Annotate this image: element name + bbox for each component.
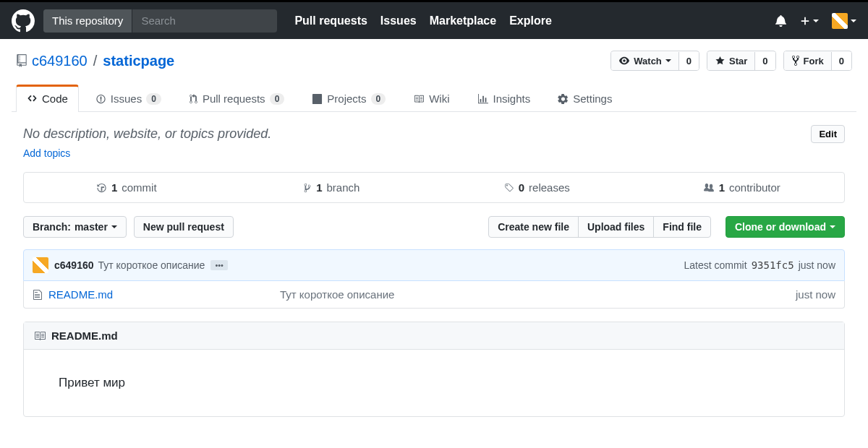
file-time: just now (796, 288, 835, 301)
author-avatar-icon[interactable] (33, 257, 48, 273)
branch-select-button[interactable]: Branch: master (23, 216, 127, 238)
nav-issues[interactable]: Issues (380, 14, 417, 27)
star-icon (715, 56, 726, 66)
readme-header: README.md (24, 322, 844, 350)
create-new-dropdown[interactable] (800, 16, 819, 26)
header-right (775, 13, 856, 29)
code-icon (27, 93, 38, 103)
fork-count[interactable]: 0 (831, 52, 851, 70)
gear-icon (558, 94, 569, 104)
readme-box: README.md Привет мир (23, 322, 845, 417)
create-new-file-button[interactable]: Create new file (488, 216, 579, 238)
notifications-icon[interactable] (775, 14, 787, 27)
star-count[interactable]: 0 (754, 52, 775, 70)
tab-projects[interactable]: Projects0 (301, 85, 396, 112)
commit-author[interactable]: c649160 (54, 259, 94, 271)
stat-releases[interactable]: 0releases (434, 173, 639, 202)
clone-download-button[interactable]: Clone or download (726, 216, 845, 238)
search-scope-label[interactable]: This repository (43, 9, 132, 33)
commit-tease: c649160 Тут короткое описание ••• Latest… (23, 249, 845, 281)
watch-count[interactable]: 0 (678, 52, 699, 70)
people-icon (703, 183, 715, 193)
tab-issues[interactable]: Issues0 (85, 85, 172, 112)
repohead: c649160 / staticpage Watch 0 Star 0 Fork… (0, 39, 868, 112)
nav-pull-requests[interactable]: Pull requests (294, 14, 367, 27)
book-icon (413, 94, 425, 104)
file-navigation: Branch: master New pull request Create n… (23, 216, 845, 238)
commit-sha[interactable]: 9351fc5 (752, 259, 794, 271)
history-icon (96, 183, 107, 193)
tab-wiki[interactable]: Wiki (402, 85, 460, 112)
repo-actions: Watch 0 Star 0 Fork 0 (610, 51, 852, 71)
stat-branches[interactable]: 1branch (229, 173, 435, 202)
repo-nav: Code Issues0 Pull requests0 Projects0 Wi… (12, 84, 856, 112)
github-logo[interactable] (12, 9, 35, 33)
repo-title: c649160 / staticpage (16, 53, 174, 69)
readme-content: Привет мир (24, 350, 844, 416)
repo-stats: 1commit 1branch 0releases 1contributor (23, 172, 845, 203)
tab-settings[interactable]: Settings (547, 85, 623, 112)
upload-files-button[interactable]: Upload files (578, 216, 654, 238)
stat-commits[interactable]: 1commit (24, 173, 229, 202)
pr-icon (189, 94, 198, 104)
description-row: No description, website, or topics provi… (23, 125, 845, 143)
file-icon (33, 289, 43, 301)
project-icon (312, 94, 323, 104)
nav-explore[interactable]: Explore (509, 14, 552, 27)
latest-commit-label: Latest commit (684, 259, 746, 271)
repo-name-link[interactable]: staticpage (103, 53, 174, 69)
issue-icon (95, 94, 106, 104)
avatar-icon (832, 13, 848, 29)
repo-description: No description, website, or topics provi… (23, 126, 271, 142)
eye-icon (618, 56, 630, 66)
path-separator: / (93, 53, 98, 69)
branch-icon (303, 183, 312, 193)
repo-icon (16, 54, 27, 67)
find-file-button[interactable]: Find file (653, 216, 711, 238)
tab-insights[interactable]: Insights (467, 85, 542, 112)
graph-icon (477, 94, 489, 104)
file-name-link[interactable]: README.md (48, 288, 280, 301)
file-action-group: Create new file Upload files Find file (488, 216, 711, 238)
add-topics-link[interactable]: Add topics (23, 147, 70, 159)
search-input[interactable] (132, 9, 277, 33)
header-search: This repository (43, 9, 277, 33)
commit-message[interactable]: Тут короткое описание (98, 259, 205, 271)
global-header: This repository Pull requests Issues Mar… (0, 0, 868, 39)
fork-button[interactable]: Fork 0 (783, 51, 852, 71)
readme-filename: README.md (51, 329, 118, 342)
book-icon (34, 330, 46, 342)
repo-owner-link[interactable]: c649160 (32, 53, 88, 69)
watch-button[interactable]: Watch 0 (610, 51, 699, 71)
header-nav: Pull requests Issues Marketplace Explore (294, 14, 551, 27)
commit-ellipsis-button[interactable]: ••• (210, 260, 228, 270)
edit-description-button[interactable]: Edit (811, 125, 845, 143)
tab-pull-requests[interactable]: Pull requests0 (178, 85, 295, 112)
new-pull-request-button[interactable]: New pull request (134, 216, 234, 238)
file-row: README.md Тут короткое описание just now (24, 281, 844, 308)
commit-time: just now (799, 259, 835, 271)
star-button[interactable]: Star 0 (707, 51, 776, 71)
user-menu[interactable] (832, 13, 856, 29)
tab-code[interactable]: Code (16, 85, 79, 112)
nav-marketplace[interactable]: Marketplace (430, 14, 497, 27)
stat-contributors[interactable]: 1contributor (639, 173, 845, 202)
tag-icon (503, 183, 514, 193)
file-list: README.md Тут короткое описание just now (23, 281, 845, 309)
main-container: No description, website, or topics provi… (12, 125, 856, 417)
fork-icon (791, 55, 800, 66)
file-commit-message[interactable]: Тут короткое описание (280, 288, 796, 301)
